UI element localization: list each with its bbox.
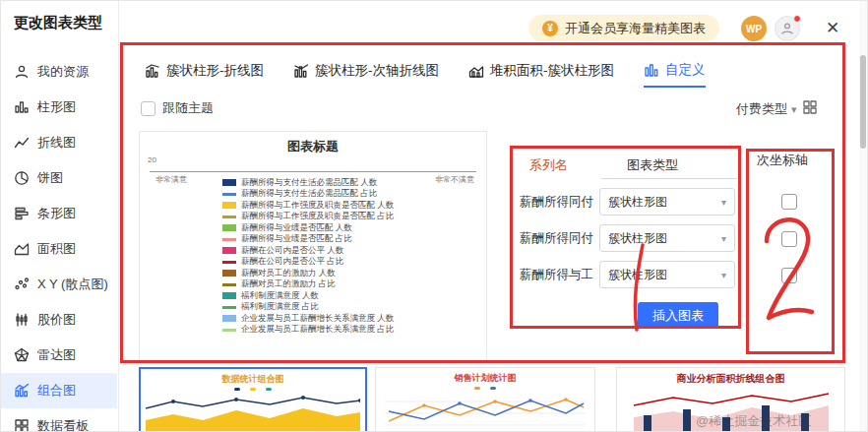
sidebar-item-label: 折线图: [37, 134, 76, 152]
chart-type-select[interactable]: 簇状柱形图 ▾: [599, 261, 735, 288]
tab-stacked-area-clustered-column[interactable]: 堆积面积-簇状柱形图: [468, 54, 614, 88]
y-axis-tick: 20: [148, 155, 156, 164]
sidebar-item-pie-chart[interactable]: 饼图: [1, 160, 117, 196]
secondary-axis-checkbox[interactable]: [781, 231, 797, 247]
pie-chart-icon: [14, 170, 30, 186]
sidebar-item-stock-chart[interactable]: 股价图: [1, 302, 117, 338]
legend-marker: [222, 224, 236, 231]
pay-type-dropdown[interactable]: 付费类型 ▾: [736, 100, 797, 118]
sidebar-item-label: 饼图: [37, 169, 63, 187]
legend-marker: [222, 179, 236, 186]
bar-chart-icon: [14, 206, 30, 221]
secondary-axis-header: 次坐标轴: [757, 152, 808, 169]
thumbnail-legend-dots: [376, 387, 594, 390]
follow-theme-label: 跟随主题: [162, 99, 214, 117]
legend-item: 薪酬所得与业绩是否匹配 人数: [222, 222, 468, 234]
chart-type-select[interactable]: 簇状柱形图 ▾: [599, 224, 735, 252]
chart-title: 图表标题: [140, 138, 486, 155]
legend-item: 福利制度满意度 人数: [222, 290, 468, 302]
secondary-axis-checkbox[interactable]: [781, 268, 797, 283]
membership-banner[interactable]: ¥ 开通会员享海量精美图表: [528, 15, 719, 41]
legend-item: 薪酬所得与工作强度及职责是否匹配 占比: [222, 212, 468, 223]
sidebar-item-radar-chart[interactable]: 雷达图: [1, 338, 117, 373]
watermark: @稀土掘金技术社区: [696, 412, 811, 430]
scrollbar-thumb[interactable]: [860, 55, 866, 149]
x-axis-label-left: 非常满意: [155, 174, 187, 185]
chevron-down-icon: ▾: [791, 103, 797, 116]
template-thumbnail-combo-area[interactable]: 数据统计组合图: [139, 367, 367, 432]
line-chart-icon: [14, 135, 30, 151]
series-name: 薪酬所得同付: [520, 230, 602, 247]
person-icon: [779, 21, 795, 36]
tab-clustered-column-secondary-line[interactable]: 簇状柱形-次轴折线图: [293, 54, 439, 88]
coin-icon: ¥: [542, 21, 558, 36]
legend-item: 企业发展与员工薪酬增长关系满意度 人数: [222, 313, 468, 325]
legend-marker: [222, 193, 236, 196]
sidebar-item-label: 组合图: [37, 382, 76, 400]
chart-type-value: 簇状柱形图: [608, 194, 667, 211]
sidebar-item-column-chart[interactable]: 柱形图: [1, 90, 117, 125]
avatar[interactable]: WP: [741, 16, 767, 41]
sidebar-item-bar-chart[interactable]: 条形图: [1, 196, 117, 231]
sidebar: 更改图表类型 我的资源 柱形图 折线图 饼图 条形图: [1, 1, 119, 432]
follow-theme-option: 跟随主题: [141, 99, 214, 117]
secondary-axis-checkbox[interactable]: [781, 194, 797, 210]
series-name: 薪酬所得同付: [520, 194, 602, 211]
tab-label: 簇状柱形-次轴折线图: [315, 62, 439, 80]
legend-item: 薪酬所得与支付生活必需品匹配 人数: [222, 177, 468, 189]
legend-item: 薪酬所得与业绩是否匹配 占比: [222, 234, 468, 246]
chart-type-value: 簇状柱形图: [608, 267, 667, 283]
legend-item: 薪酬所得与工作强度及职责是否匹配 人数: [222, 200, 468, 212]
insert-chart-button[interactable]: 插入图表: [638, 302, 718, 329]
header-divider: [601, 178, 737, 179]
legend-marker: [222, 306, 236, 309]
chart-type-select[interactable]: 簇状柱形图 ▾: [599, 188, 735, 216]
clustered-column-secondary-line-icon: [293, 63, 309, 79]
sidebar-items: 我的资源 柱形图 折线图 饼图 条形图 面积图: [1, 54, 117, 432]
sidebar-item-label: 数据看板: [37, 417, 89, 432]
sidebar-item-label: 条形图: [37, 205, 76, 222]
legend-item: 企业发展与员工薪酬增长关系满意度 占比: [222, 325, 468, 337]
user-icon: [14, 64, 30, 80]
chevron-down-icon: ▾: [721, 270, 726, 280]
sidebar-item-dashboard[interactable]: 数据看板: [1, 408, 117, 432]
chevron-down-icon: ▾: [721, 233, 726, 244]
annotation-rect-secondary-axis: [746, 149, 835, 354]
chart-type-value: 簇状柱形图: [608, 230, 667, 247]
profile-avatar[interactable]: [775, 16, 800, 41]
x-axis-line: [150, 171, 476, 172]
sidebar-item-label: 面积图: [37, 240, 76, 258]
legend-item: 薪酬对员工的激励力 人数: [222, 268, 468, 279]
tab-custom[interactable]: 自定义: [644, 54, 706, 88]
dialog-title: 更改图表类型: [14, 14, 102, 32]
sidebar-item-scatter-chart[interactable]: X Y (散点图): [1, 267, 117, 302]
area-chart-icon: [14, 241, 30, 257]
tab-label: 自定义: [665, 61, 706, 79]
legend-item: 薪酬对员工的激励力 占比: [222, 279, 468, 291]
legend-marker: [222, 216, 236, 218]
follow-theme-checkbox[interactable]: [141, 101, 155, 116]
series-name-column-header: 系列名: [529, 156, 568, 174]
grid-view-icon[interactable]: [802, 99, 818, 115]
sidebar-item-label: 股价图: [37, 311, 76, 329]
clustered-column-line-icon: [145, 63, 160, 79]
sidebar-item-line-chart[interactable]: 折线图: [1, 125, 117, 160]
sidebar-item-label: 我的资源: [37, 63, 89, 81]
legend-marker: [222, 238, 236, 241]
sidebar-item-my-resources[interactable]: 我的资源: [1, 54, 117, 90]
template-thumbnail-plan-lines[interactable]: 销售计划统计图: [375, 367, 595, 432]
legend-item: 福利制度满意度 占比: [222, 302, 468, 314]
sidebar-item-label: 雷达图: [37, 346, 76, 364]
legend-item: 薪酬在公司内是否公平 占比: [222, 257, 468, 269]
tab-clustered-column-line[interactable]: 簇状柱形-折线图: [145, 54, 264, 88]
tab-label: 簇状柱形-折线图: [166, 62, 264, 80]
sidebar-item-combo-chart[interactable]: 组合图: [1, 373, 117, 408]
sidebar-item-area-chart[interactable]: 面积图: [1, 231, 117, 267]
membership-banner-text: 开通会员享海量精美图表: [565, 20, 706, 37]
legend-marker: [222, 247, 236, 254]
series-name: 薪酬所得与工: [520, 267, 602, 283]
sidebar-item-label: 柱形图: [37, 98, 76, 116]
chart-type-column-header: 图表类型: [627, 156, 678, 174]
close-icon[interactable]: ✕: [826, 18, 839, 38]
pay-type-label: 付费类型: [736, 100, 787, 118]
